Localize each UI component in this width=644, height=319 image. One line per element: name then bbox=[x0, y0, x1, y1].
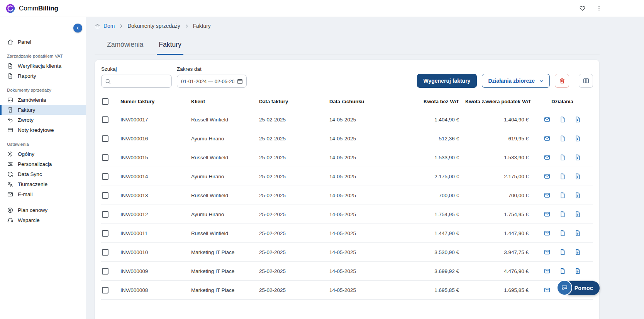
sidebar-item-data-sync[interactable]: Data Sync bbox=[0, 169, 86, 179]
file-download-icon bbox=[574, 154, 581, 161]
file-download-icon bbox=[574, 211, 581, 218]
columns-button[interactable] bbox=[579, 74, 593, 88]
breadcrumb-home[interactable]: Dom bbox=[103, 23, 115, 29]
sidebar-item-raporty[interactable]: Raporty bbox=[0, 71, 86, 81]
send-email-button[interactable] bbox=[544, 116, 551, 123]
file-icon bbox=[559, 116, 566, 123]
row-checkbox[interactable] bbox=[102, 268, 108, 275]
download-invoice-button[interactable] bbox=[574, 249, 581, 256]
sidebar-item-wsparcie[interactable]: Wsparcie bbox=[0, 215, 86, 225]
client-cell: Russell Winfield bbox=[188, 110, 256, 129]
sidebar-collapse-button[interactable] bbox=[73, 24, 82, 32]
sidebar-item-noty-kredytowe[interactable]: Noty kredytowe bbox=[0, 125, 86, 135]
file-icon bbox=[559, 154, 566, 161]
download-invoice-button[interactable] bbox=[574, 173, 581, 180]
send-email-button[interactable] bbox=[544, 211, 551, 218]
view-document-button[interactable] bbox=[559, 268, 566, 275]
file-download-icon bbox=[574, 173, 581, 180]
client-cell: Russell Winfield bbox=[188, 148, 256, 167]
date-range-input[interactable]: 01-01-2024 — 02-05-202 bbox=[177, 75, 247, 88]
send-email-button[interactable] bbox=[544, 230, 551, 237]
bulk-actions-button[interactable]: Działania zbiorcze bbox=[482, 74, 550, 88]
kebab-menu-icon[interactable] bbox=[596, 5, 602, 12]
row-checkbox[interactable] bbox=[102, 192, 108, 199]
send-email-button[interactable] bbox=[544, 192, 551, 199]
view-document-button[interactable] bbox=[559, 135, 566, 142]
row-checkbox[interactable] bbox=[102, 249, 108, 256]
help-button[interactable]: Pomoc bbox=[564, 281, 600, 295]
invoice-number-cell: INV/000016 bbox=[117, 129, 188, 148]
row-checkbox[interactable] bbox=[102, 287, 108, 293]
send-email-button[interactable] bbox=[544, 154, 551, 161]
invoice-number-cell: INV/000010 bbox=[117, 243, 188, 262]
invoice-date-cell: 25-02-2025 bbox=[256, 262, 326, 281]
sidebar-item-personalizacja[interactable]: Personalizacja bbox=[0, 159, 86, 169]
sidebar-item-zamowienia[interactable]: Zamówienia bbox=[0, 95, 86, 105]
row-checkbox[interactable] bbox=[102, 154, 108, 161]
sidebar-item-tlumaczenie[interactable]: Tłumaczenie bbox=[0, 179, 86, 189]
main-content: Dom Dokumenty sprzedaży Faktury Zamówien… bbox=[86, 0, 644, 319]
bill-date-cell: 14-05-2025 bbox=[326, 167, 397, 186]
row-checkbox[interactable] bbox=[102, 230, 108, 237]
invoice-number-cell: INV/000009 bbox=[117, 262, 188, 281]
view-document-button[interactable] bbox=[559, 116, 566, 123]
download-invoice-button[interactable] bbox=[574, 211, 581, 218]
view-document-button[interactable] bbox=[559, 192, 566, 199]
orders-icon bbox=[7, 97, 14, 103]
sidebar-nav: Panel Zarządzanie podatkiem VAT Weryfika… bbox=[0, 17, 86, 225]
sidebar-item-faktury[interactable]: Faktury bbox=[0, 105, 86, 115]
send-email-button[interactable] bbox=[544, 173, 551, 180]
download-invoice-button[interactable] bbox=[574, 135, 581, 142]
col-header-kwota-bez-vat: Kwota bez VAT bbox=[397, 93, 462, 110]
view-document-button[interactable] bbox=[559, 211, 566, 218]
columns-icon bbox=[583, 77, 590, 84]
view-document-button[interactable] bbox=[559, 173, 566, 180]
breadcrumb-dokumenty-sprzedazy[interactable]: Dokumenty sprzedaży bbox=[127, 23, 180, 29]
row-checkbox[interactable] bbox=[102, 173, 108, 180]
view-document-button[interactable] bbox=[559, 154, 566, 161]
envelope-icon bbox=[544, 268, 551, 275]
download-invoice-button[interactable] bbox=[574, 230, 581, 237]
send-email-button[interactable] bbox=[544, 135, 551, 142]
send-email-button[interactable] bbox=[544, 249, 551, 256]
view-document-button[interactable] bbox=[559, 230, 566, 237]
sidebar-item-email[interactable]: E-mail bbox=[0, 189, 86, 199]
download-invoice-button[interactable] bbox=[574, 116, 581, 123]
view-document-button[interactable] bbox=[559, 249, 566, 256]
download-invoice-button[interactable] bbox=[574, 154, 581, 161]
sidebar-item-label: Plan cenowy bbox=[18, 207, 47, 213]
select-all-checkbox[interactable] bbox=[102, 98, 108, 105]
sidebar-item-weryfikacja-klienta[interactable]: Weryfikacja klienta bbox=[0, 61, 86, 71]
sidebar-item-label: Zamówienia bbox=[18, 97, 46, 103]
sidebar-item-zwroty[interactable]: Zwroty bbox=[0, 115, 86, 125]
chevron-right-icon bbox=[183, 23, 190, 29]
gross-amount-cell: 1.533,90 € bbox=[462, 148, 532, 167]
sidebar-item-label: Noty kredytowe bbox=[18, 127, 54, 133]
sidebar-item-ogolny[interactable]: Ogólny bbox=[0, 149, 86, 159]
bulk-actions-label: Działania zbiorcze bbox=[488, 78, 535, 84]
sidebar-item-plan-cenowy[interactable]: Plan cenowy bbox=[0, 205, 86, 215]
row-checkbox[interactable] bbox=[102, 135, 108, 142]
generate-invoices-button[interactable]: Wygeneruj faktury bbox=[417, 74, 477, 88]
client-cell: Marketing IT Place bbox=[188, 262, 256, 281]
tab-faktury[interactable]: Faktury bbox=[157, 41, 183, 55]
download-invoice-button[interactable] bbox=[574, 268, 581, 275]
delete-button[interactable] bbox=[555, 74, 569, 88]
row-checkbox[interactable] bbox=[102, 116, 108, 123]
invoice-row: INV/000011 Russell Winfield 25-02-2025 1… bbox=[101, 224, 593, 243]
row-checkbox[interactable] bbox=[102, 211, 108, 218]
invoice-date-cell: 25-02-2025 bbox=[256, 129, 326, 148]
net-amount-cell: 2.175,00 € bbox=[397, 167, 462, 186]
invoice-number-cell: INV/000012 bbox=[117, 205, 188, 224]
sidebar-item-panel[interactable]: Panel bbox=[0, 37, 86, 47]
client-cell: Russell Winfield bbox=[188, 186, 256, 205]
invoice-date-cell: 25-02-2025 bbox=[256, 110, 326, 129]
tab-zamowienia[interactable]: Zamówienia bbox=[105, 41, 145, 55]
search-input[interactable] bbox=[101, 75, 172, 88]
sidebar-item-label: Panel bbox=[18, 39, 31, 45]
net-amount-cell: 1.533,90 € bbox=[397, 148, 462, 167]
send-email-button[interactable] bbox=[544, 268, 551, 275]
send-email-button[interactable] bbox=[544, 287, 551, 293]
download-invoice-button[interactable] bbox=[574, 192, 581, 199]
heart-icon[interactable] bbox=[579, 5, 586, 12]
